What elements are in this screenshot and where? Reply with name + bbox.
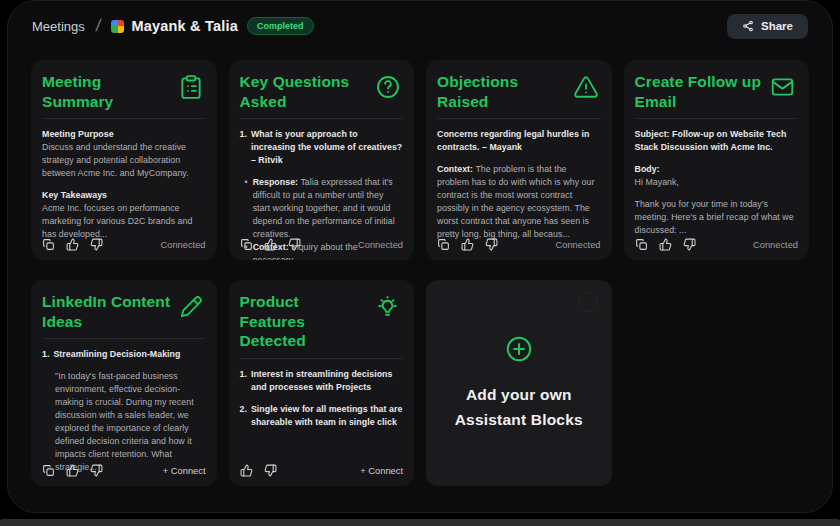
clipboard-list-icon: [178, 74, 204, 100]
idea-item: 1. Streamlining Decision-Making: [42, 348, 206, 361]
mail-icon: [769, 74, 796, 100]
card-title: Product Features Detected: [240, 292, 369, 351]
thumbs-up-icon[interactable]: [461, 238, 474, 251]
thumbs-up-icon[interactable]: [66, 464, 79, 477]
email-greeting: Hi Mayank,: [635, 176, 799, 189]
divider: [635, 118, 799, 119]
connected-status: Connected: [753, 240, 798, 250]
breadcrumb-meetings[interactable]: Meetings: [32, 19, 85, 34]
card-title: Meeting Summary: [42, 72, 113, 111]
connected-status: Connected: [161, 240, 206, 250]
email-body-label: Body:: [635, 163, 799, 176]
card-product-features: Product Features Detected 1. Interest in…: [229, 280, 415, 486]
assistant-blocks-grid: Meeting Summary Meeting Purpose Discuss …: [31, 60, 809, 486]
thumbs-down-icon[interactable]: [90, 464, 103, 477]
card-key-questions: Key Questions Asked 1. What is your appr…: [229, 60, 415, 260]
add-block-label: Add your own Assistant Blocks: [455, 383, 583, 431]
header-bar: Meetings / Mayank & Talia Completed Shar…: [8, 1, 832, 35]
card-title: Key Questions Asked: [240, 72, 350, 111]
card-follow-up-email: Create Follow up Email Subject: Follow-u…: [624, 60, 810, 260]
question-item: 1. What is your approach to increasing t…: [240, 128, 404, 167]
section-heading: Key Takeaways: [42, 189, 206, 202]
card-meeting-summary: Meeting Summary Meeting Purpose Discuss …: [31, 60, 217, 260]
section-text: Acme Inc. focuses on performance marketi…: [42, 202, 206, 241]
idea-text: "In today's fast-paced business environm…: [42, 370, 206, 474]
connect-button[interactable]: + Connect: [360, 466, 403, 476]
card-linkedin-ideas: LinkedIn Content Ideas 1. Streamlining D…: [31, 280, 217, 486]
meeting-platform-icon: [111, 20, 124, 33]
feature-item: 2. Single view for all meetings that are…: [240, 403, 404, 429]
divider: [42, 338, 206, 339]
section-text: Discuss and understand the creative stra…: [42, 141, 206, 180]
card-title: Objections Raised: [437, 72, 518, 111]
bottom-surface-strip: [0, 519, 840, 526]
thumbs-up-icon[interactable]: [66, 238, 79, 251]
copy-icon[interactable]: [437, 238, 450, 251]
thumbs-down-icon[interactable]: [485, 238, 498, 251]
feature-item: 1. Interest in streamlining decisions an…: [240, 368, 404, 394]
section-heading: Meeting Purpose: [42, 128, 206, 141]
connected-status: Connected: [556, 240, 601, 250]
thumbs-up-icon[interactable]: [264, 238, 277, 251]
meeting-title: Mayank & Talia: [131, 18, 238, 34]
share-button[interactable]: Share: [727, 14, 808, 39]
copy-icon[interactable]: [635, 238, 648, 251]
add-assistant-block-card[interactable]: Add your own Assistant Blocks: [426, 280, 612, 486]
connect-button[interactable]: + Connect: [163, 466, 206, 476]
thumbs-up-icon[interactable]: [240, 464, 253, 477]
response-bullet: Response: Talia expressed that it's diff…: [240, 176, 404, 241]
help-circle-icon: [375, 74, 401, 100]
copy-icon[interactable]: [42, 238, 55, 251]
thumbs-down-icon[interactable]: [683, 238, 696, 251]
card-objections-raised: Objections Raised Concerns regarding leg…: [426, 60, 612, 260]
divider: [437, 118, 601, 119]
divider: [240, 358, 404, 359]
card-title: LinkedIn Content Ideas: [42, 292, 170, 331]
concern-text: Concerns regarding legal hurdles in cont…: [437, 128, 601, 154]
divider: [42, 118, 206, 119]
email-subject: Subject: Follow-up on Website Tech Stack…: [635, 128, 799, 154]
context-text: Context: The problem is that the problem…: [437, 163, 601, 241]
breadcrumb-separator: /: [94, 16, 102, 36]
alert-triangle-icon: [573, 74, 599, 100]
ghost-circle: [578, 292, 598, 312]
pencil-icon: [178, 294, 204, 320]
connected-status: Connected: [358, 240, 403, 250]
share-nodes-icon: [742, 20, 754, 32]
app-window: Meetings / Mayank & Talia Completed Shar…: [7, 0, 833, 513]
status-badge: Completed: [247, 17, 314, 36]
copy-icon[interactable]: [42, 464, 55, 477]
email-body-text: Thank you for your time in today's meeti…: [635, 198, 799, 237]
thumbs-down-icon[interactable]: [90, 238, 103, 251]
divider: [240, 118, 404, 119]
copy-icon[interactable]: [240, 238, 253, 251]
plus-circle-icon: [504, 334, 534, 368]
thumbs-down-icon[interactable]: [264, 464, 277, 477]
card-title: Create Follow up Email: [635, 72, 761, 111]
lightbulb-icon: [374, 294, 401, 321]
thumbs-down-icon[interactable]: [288, 238, 301, 251]
thumbs-up-icon[interactable]: [659, 238, 672, 251]
